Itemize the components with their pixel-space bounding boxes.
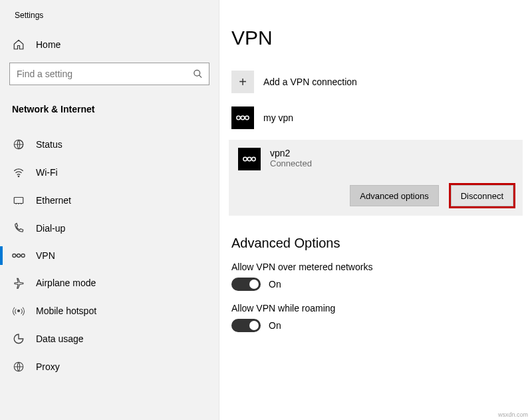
vpn-selected-panel: vpn2 Connected Advanced options Disconne… bbox=[229, 140, 523, 216]
svg-line-1 bbox=[199, 75, 201, 78]
wifi-icon bbox=[12, 166, 25, 178]
svg-point-5 bbox=[13, 254, 16, 258]
toggle-roaming[interactable] bbox=[231, 319, 261, 332]
sidebar-item-label: Proxy bbox=[36, 361, 60, 372]
plus-icon: + bbox=[231, 71, 254, 93]
vpn-connection-row[interactable]: my vpn bbox=[231, 104, 520, 140]
sidebar-item-airplane[interactable]: Airplane mode bbox=[0, 269, 219, 297]
vpn-connection-row[interactable]: vpn2 Connected bbox=[238, 148, 513, 170]
sidebar: Settings Home Network & Internet Status … bbox=[0, 0, 219, 420]
page-title: VPN bbox=[231, 27, 520, 49]
toggle-state: On bbox=[269, 279, 281, 290]
vpn-tile-icon bbox=[238, 148, 261, 170]
add-vpn-label: Add a VPN connection bbox=[263, 77, 357, 87]
advanced-options-button[interactable]: Advanced options bbox=[350, 185, 438, 206]
sidebar-item-dialup[interactable]: Dial-up bbox=[0, 214, 219, 242]
sidebar-item-label: Dial-up bbox=[36, 223, 65, 234]
home-icon bbox=[12, 39, 25, 51]
data-usage-icon bbox=[12, 333, 25, 345]
add-vpn-row[interactable]: + Add a VPN connection bbox=[231, 68, 520, 104]
toggle-label: Allow VPN over metered networks bbox=[231, 262, 520, 272]
svg-point-15 bbox=[252, 157, 256, 161]
vpn-icon bbox=[12, 251, 25, 260]
status-icon bbox=[12, 138, 25, 150]
sidebar-item-hotspot[interactable]: Mobile hotspot bbox=[0, 297, 219, 325]
search-input[interactable] bbox=[9, 63, 209, 85]
toggle-row-metered: Allow VPN over metered networks On bbox=[231, 262, 520, 291]
sidebar-item-vpn[interactable]: VPN bbox=[0, 242, 219, 269]
search-icon bbox=[193, 69, 203, 79]
toggle-row-roaming: Allow VPN while roaming On bbox=[231, 303, 520, 332]
home-link[interactable]: Home bbox=[0, 32, 219, 57]
vpn-connection-status: Connected bbox=[270, 158, 312, 168]
vpn-connection-name: my vpn bbox=[263, 112, 293, 123]
home-label: Home bbox=[36, 39, 61, 50]
sidebar-item-status[interactable]: Status bbox=[0, 130, 219, 158]
svg-rect-4 bbox=[14, 198, 23, 204]
toggle-state: On bbox=[269, 320, 281, 331]
sidebar-item-datausage[interactable]: Data usage bbox=[0, 325, 219, 353]
svg-point-6 bbox=[17, 254, 21, 258]
disconnect-button[interactable]: Disconnect bbox=[451, 185, 513, 206]
ethernet-icon bbox=[12, 194, 25, 206]
sidebar-item-label: Mobile hotspot bbox=[36, 306, 96, 316]
hotspot-icon bbox=[12, 305, 25, 317]
category-label: Network & Internet bbox=[0, 97, 219, 130]
search-wrap bbox=[9, 63, 209, 85]
vpn-tile-icon bbox=[231, 106, 254, 129]
toggle-label: Allow VPN while roaming bbox=[231, 303, 520, 314]
airplane-icon bbox=[12, 277, 25, 289]
toggle-metered[interactable] bbox=[231, 278, 261, 291]
sidebar-item-ethernet[interactable]: Ethernet bbox=[0, 186, 219, 214]
svg-point-0 bbox=[194, 70, 200, 76]
svg-point-8 bbox=[18, 310, 20, 312]
sidebar-item-label: Status bbox=[36, 139, 63, 150]
svg-point-7 bbox=[21, 254, 25, 258]
svg-point-14 bbox=[247, 157, 251, 161]
svg-point-10 bbox=[237, 116, 241, 120]
content: VPN + Add a VPN connection my vpn vpn2 C… bbox=[219, 0, 532, 420]
sidebar-item-proxy[interactable]: Proxy bbox=[0, 353, 219, 381]
advanced-options-title: Advanced Options bbox=[231, 236, 520, 251]
sidebar-item-label: Ethernet bbox=[36, 195, 71, 206]
window-title: Settings bbox=[0, 5, 219, 32]
svg-point-12 bbox=[245, 116, 249, 120]
svg-point-11 bbox=[241, 116, 245, 120]
sidebar-item-wifi[interactable]: Wi-Fi bbox=[0, 158, 219, 186]
sidebar-item-label: Wi-Fi bbox=[36, 167, 58, 178]
sidebar-item-label: VPN bbox=[36, 250, 55, 261]
proxy-icon bbox=[12, 361, 25, 373]
dialup-icon bbox=[12, 222, 25, 234]
sidebar-item-label: Data usage bbox=[36, 333, 84, 344]
sidebar-item-label: Airplane mode bbox=[36, 278, 96, 288]
footer-credit: wsxdn.com bbox=[498, 411, 528, 418]
vpn-connection-name: vpn2 bbox=[270, 148, 312, 158]
svg-point-13 bbox=[243, 157, 247, 161]
svg-point-3 bbox=[18, 176, 19, 177]
